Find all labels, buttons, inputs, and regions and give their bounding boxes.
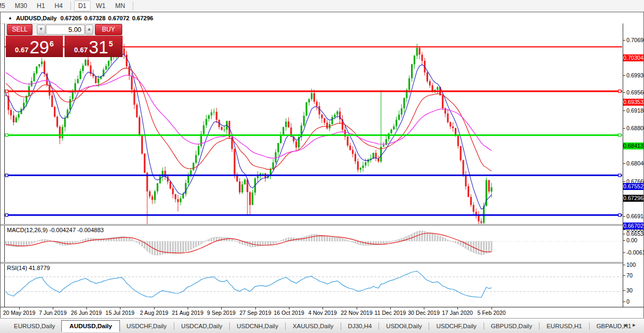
buy-price-box[interactable]: 0.67 31 5	[65, 36, 123, 57]
price-tick: 0.68040	[626, 160, 644, 166]
chart-title-row: ▲ AUDUSD,Daily 0.67205 0.67328 0.67072 0…	[1, 12, 643, 24]
trade-panel-top-row: SELL ▼ ▲ BUY	[6, 23, 123, 36]
axis-tick-mark	[623, 181, 625, 182]
price-tick: 0.70690	[626, 37, 644, 43]
tab-scroll-left-icon[interactable]: ◄	[623, 322, 632, 328]
date-label: 2 Aug 2019	[140, 310, 168, 316]
mt4-application: M5M30H1H4D1W1MN ▲ AUDUSD,Daily 0.67205 0…	[0, 0, 644, 333]
rsi-axis-tick: 70	[626, 272, 633, 279]
macd-axis-tick: -0.006148	[626, 249, 644, 256]
tab-separator	[285, 322, 286, 330]
macd-label: MACD(12,26,9) -0.004247 -0.004883	[7, 227, 104, 233]
rsi-axis-tick: 100	[626, 261, 636, 268]
rsi-axis-tick: 30	[626, 287, 633, 294]
axis-tick-mark	[623, 234, 625, 234]
toolbar-button-mn[interactable]: MN	[111, 1, 130, 11]
toolbar-separator	[70, 2, 71, 10]
axis-tick-mark	[623, 92, 625, 93]
chart-tab-usdoil-daily[interactable]: USDOil,Daily	[380, 321, 428, 331]
date-label: 9 Sep 2019	[207, 310, 236, 316]
chart-tab-gbpusd-daily[interactable]: GBPUSD,Daily	[485, 321, 538, 331]
price-tick: 0.69180	[626, 107, 644, 114]
sell-price-box[interactable]: 0.67 29 6	[6, 36, 63, 57]
macd-axis-tick: 0.00	[626, 237, 637, 243]
one-click-collapse-icon[interactable]: ▲	[8, 15, 12, 20]
rsi-label: RSI(14) 41.8779	[7, 265, 50, 271]
rsi-axis-tick: 0	[626, 298, 630, 305]
price-tag-0.67552: 0.67552	[623, 183, 643, 190]
date-label: 11 Dec 2019	[375, 310, 406, 316]
toolbar-button-m30[interactable]: M30	[11, 1, 31, 11]
price-tag-0.69353: 0.69353	[623, 99, 643, 106]
title-low-value: 0.67072	[108, 15, 130, 21]
axis-tick-mark	[623, 128, 625, 129]
date-label: 16 Oct 2019	[273, 310, 304, 316]
tab-separator	[589, 322, 590, 330]
volume-up-button[interactable]: ▲	[85, 25, 93, 35]
chart-tab-eurusd-h1[interactable]: EURUSD,H1	[540, 321, 588, 331]
axis-tick-mark	[623, 75, 625, 76]
axis-tick-mark	[623, 216, 625, 217]
price-tick: 0.66910	[626, 213, 644, 219]
date-label: 27 Sep 2019	[239, 310, 271, 316]
price-axis[interactable]: 0.706900.699300.695600.691800.688000.680…	[623, 23, 643, 318]
volume-down-button[interactable]: ▼	[37, 25, 45, 35]
chart-tab-eurusd-daily[interactable]: EURUSD,Daily	[7, 321, 61, 331]
date-label: 17 Jan 2020	[442, 310, 473, 316]
chart-window: ▲ AUDUSD,Daily 0.67205 0.67328 0.67072 0…	[0, 12, 644, 318]
tab-separator	[341, 322, 341, 330]
chart-tab-xauusd-daily[interactable]: XAUUSD,Daily	[286, 321, 340, 331]
axis-tick-mark	[623, 302, 625, 302]
date-label: 4 Nov 2019	[308, 310, 337, 316]
tab-separator	[174, 322, 174, 330]
price-tick: 0.69930	[626, 72, 644, 78]
price-tick: 0.68800	[626, 125, 644, 131]
axis-tick-mark	[623, 252, 625, 253]
date-label: 7 Jun 2019	[39, 310, 67, 316]
timeframe-toolbar: M5M30H1H4D1W1MN	[0, 0, 644, 12]
price-tag-0.68413: 0.68413	[623, 142, 643, 149]
chart-tab-bar: EURUSD,DailyAUDUSD,DailyUSDCHF,DailyUSDC…	[0, 318, 644, 333]
title-high-value: 0.67328	[84, 15, 106, 21]
chart-tab-audusd-daily[interactable]: AUDUSD,Daily	[61, 320, 120, 332]
toolbar-separator	[133, 2, 133, 10]
chart-tab-usdchf-daily[interactable]: USDCHF,Daily	[120, 321, 173, 331]
buy-button[interactable]: BUY	[95, 24, 122, 35]
chart-tab-usdcnh-daily[interactable]: USDCNH,Daily	[230, 321, 285, 331]
price-tick: 0.69560	[626, 89, 644, 96]
tab-separator	[379, 322, 379, 330]
axis-tick-mark	[623, 110, 625, 111]
date-label: 20 May 2019	[3, 310, 36, 316]
axis-tick-mark	[623, 229, 625, 230]
toolbar-button-d1[interactable]: D1	[74, 1, 91, 11]
buy-price-big: 31	[88, 38, 108, 56]
chart-tab-dj30-h4[interactable]: DJ30,H4	[342, 321, 379, 331]
chart-symbol-period: AUDUSD,Daily	[16, 15, 57, 21]
date-label: 21 Aug 2019	[172, 310, 204, 316]
date-label: 26 Jun 2019	[71, 310, 102, 316]
volume-input[interactable]	[46, 25, 85, 35]
toolbar-button-m5[interactable]: M5	[0, 1, 10, 11]
rsi-pane[interactable]: RSI(14) 41.8779	[4, 264, 624, 307]
macd-pane[interactable]: MACD(12,26,9) -0.004247 -0.004883	[4, 226, 624, 262]
chart-tab-usdcad-daily[interactable]: USDCAD,Daily	[175, 321, 229, 331]
date-label: 15 Jul 2019	[106, 310, 134, 316]
date-label: 5 Feb 2020	[477, 310, 505, 316]
title-open-value: 0.67205	[60, 15, 82, 21]
tab-separator	[539, 322, 540, 330]
toolbar-button-h4[interactable]: H4	[50, 1, 67, 11]
tab-scroll-right-icon[interactable]: ►	[632, 322, 641, 328]
tab-separator	[429, 322, 429, 330]
price-tag-0.67296: 0.67296	[623, 195, 643, 202]
toolbar-button-h1[interactable]: H1	[33, 1, 49, 11]
sell-price-prefix: 0.67	[15, 46, 28, 54]
date-axis[interactable]: 20 May 20197 Jun 201926 Jun 201915 Jul 2…	[1, 307, 643, 318]
axis-tick-mark	[623, 290, 625, 291]
axis-tick-mark	[623, 275, 625, 276]
price-chart-pane[interactable]: SELL ▼ ▲ BUY 0.67 29 6 0.67 31 5	[4, 23, 624, 224]
chart-tab-usdchf-daily[interactable]: USDCHF,Daily	[430, 321, 482, 331]
price-tag-0.70304: 0.70304	[623, 54, 643, 61]
toolbar-button-w1[interactable]: W1	[92, 1, 110, 11]
sell-button[interactable]: SELL	[7, 24, 33, 35]
axis-tick-mark	[623, 240, 625, 241]
